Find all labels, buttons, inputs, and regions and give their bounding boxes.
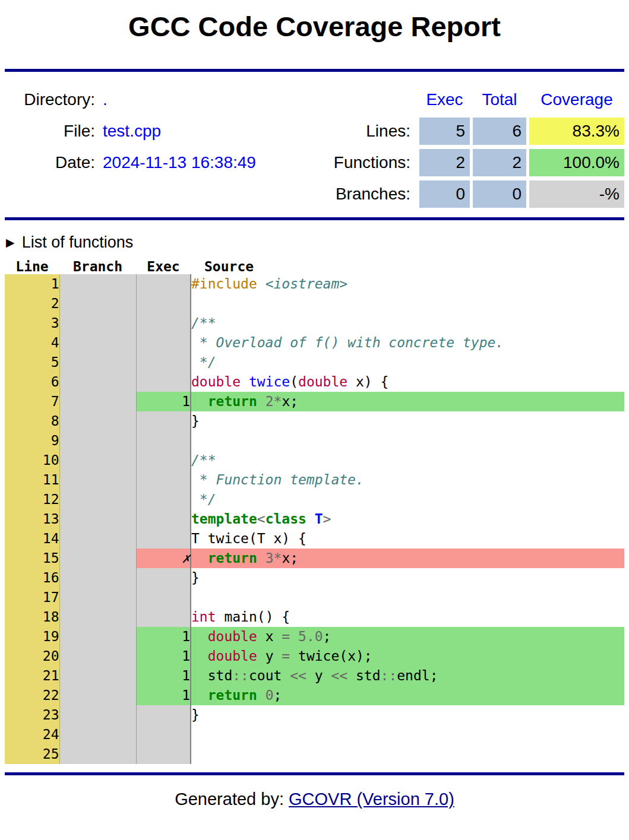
code-token: return: [208, 687, 257, 703]
source-code: return 0;: [191, 686, 624, 705]
branches-coverage-cell: -%: [529, 180, 624, 208]
source-row: 15✗ return 3*x;: [5, 549, 624, 568]
source-row: 25: [5, 744, 624, 764]
branch-cell: [59, 431, 136, 451]
branches-exec-cell: 0: [419, 180, 470, 208]
line-number: 25: [5, 744, 59, 764]
directory-value: .: [98, 86, 331, 113]
code-token: return: [208, 550, 257, 566]
exec-count: [136, 333, 191, 353]
branch-cell: [59, 411, 136, 431]
source-row: 2: [5, 294, 624, 313]
functions-toggle[interactable]: ▶ List of functions: [6, 233, 133, 252]
code-token: double: [191, 374, 241, 389]
branch-cell: [59, 372, 136, 392]
code-token: x;: [282, 394, 298, 409]
line-number: 23: [5, 705, 59, 725]
code-token: }: [191, 707, 200, 722]
source-code: double x = 5.0;: [191, 627, 624, 646]
exec-uncovered-mark: ✗: [136, 549, 191, 568]
source-code: return 2*x;: [191, 392, 624, 411]
branch-cell: [59, 392, 136, 411]
branch-cell: [59, 705, 136, 725]
source-row: 6double twice(double x) {: [5, 372, 624, 392]
exec-count: [136, 607, 191, 627]
middle-divider: [5, 217, 624, 220]
lines-coverage-cell: 83.3%: [529, 118, 624, 145]
source-code: */: [191, 353, 624, 372]
code-token: T twice(T x) {: [191, 531, 306, 546]
exec-count: 1: [136, 392, 191, 411]
source-code: /**: [191, 313, 624, 333]
line-number: 8: [5, 411, 59, 431]
spacer: [5, 180, 95, 208]
source-row: 18int main() {: [5, 607, 624, 627]
line-number: 6: [5, 372, 59, 392]
line-number: 19: [5, 627, 59, 646]
exec-count: [136, 274, 191, 294]
source-table: Line Branch Exec Source 1#include <iostr…: [5, 256, 624, 764]
line-number: 22: [5, 686, 59, 705]
source-row: 16}: [5, 568, 624, 588]
line-number: 21: [5, 666, 59, 686]
code-token: main() {: [216, 609, 290, 625]
branch-cell: [59, 451, 136, 470]
source-code: [191, 744, 624, 764]
code-token: [257, 687, 265, 703]
code-token: =: [282, 648, 290, 664]
line-number: 12: [5, 490, 59, 509]
line-number: 9: [5, 431, 59, 451]
source-row: 8}: [5, 411, 624, 431]
source-code: [191, 294, 624, 313]
branch-cell: [59, 549, 136, 568]
exec-count: [136, 353, 191, 372]
code-token: ;: [323, 629, 331, 644]
line-number: 15: [5, 549, 59, 568]
source-row: 10/**: [5, 451, 624, 470]
source-row: 9: [5, 431, 624, 451]
source-code: /**: [191, 451, 624, 470]
source-code: double twice(double x) {: [191, 372, 624, 392]
bottom-divider: [5, 772, 624, 775]
code-token: ::: [232, 668, 249, 683]
code-token: [191, 648, 208, 664]
code-token: twice(x);: [290, 648, 372, 664]
code-token: <<: [290, 668, 306, 683]
branch-cell: [59, 529, 136, 549]
source-row: 23}: [5, 705, 624, 725]
line-number: 18: [5, 607, 59, 627]
source-row: 14T twice(T x) {: [5, 529, 624, 549]
source-code: [191, 431, 624, 451]
source-row: 211 std::cout << y << std::endl;: [5, 666, 624, 686]
source-code: std::cout << y << std::endl;: [191, 666, 624, 686]
exec-count: [136, 470, 191, 490]
source-code: }: [191, 411, 624, 431]
branch-cell: [59, 313, 136, 333]
triangle-collapsed-icon: ▶: [6, 237, 15, 248]
source-row: 13template<class T>: [5, 509, 624, 529]
source-row: 5 */: [5, 353, 624, 372]
code-token: [306, 511, 315, 527]
branches-total-cell: 0: [473, 180, 526, 208]
source-row: 1#include <iostream>: [5, 274, 624, 294]
source-code: [191, 588, 624, 607]
exec-count: [136, 509, 191, 529]
source-row: 191 double x = 5.0;: [5, 627, 624, 646]
lines-exec-cell: 5: [419, 118, 470, 145]
line-number: 7: [5, 392, 59, 411]
branch-cell: [59, 607, 136, 627]
code-token: <<: [331, 668, 347, 683]
code-token: twice: [249, 374, 290, 389]
exec-count: [136, 294, 191, 313]
source-code: }: [191, 568, 624, 588]
exec-count: [136, 451, 191, 470]
source-table-header-row: Line Branch Exec Source: [5, 256, 624, 274]
code-token: */: [191, 354, 216, 370]
code-token: /**: [191, 452, 216, 468]
file-label: File:: [5, 118, 95, 145]
file-value: test.cpp: [98, 118, 331, 145]
date-value: 2024-11-13 16:38:49: [98, 149, 331, 176]
source-code: return 3*x;: [191, 549, 624, 568]
gcovr-link[interactable]: GCOVR (Version 7.0): [289, 790, 454, 809]
branch-cell: [59, 333, 136, 353]
